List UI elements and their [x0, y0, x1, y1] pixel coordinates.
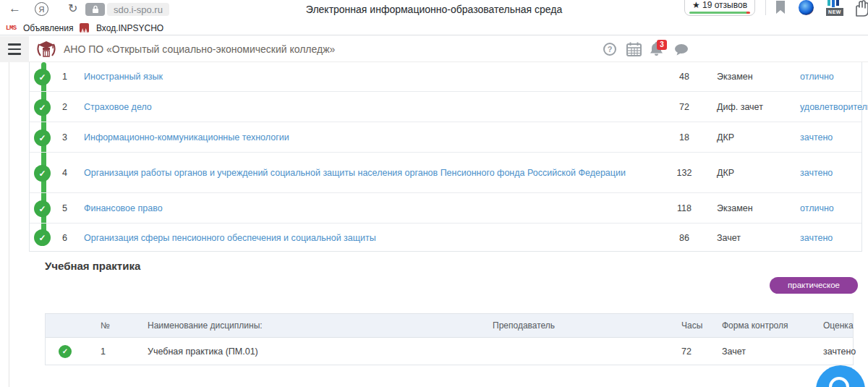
hours-value: 86	[670, 233, 699, 243]
hours-value: 72	[681, 346, 692, 357]
control-form: Экзамен	[717, 203, 753, 213]
header-teacher: Преподаватель	[493, 320, 555, 331]
lock-glyph	[92, 5, 99, 14]
header-grade: Оценка	[823, 320, 854, 331]
discipline-link[interactable]: Иностранный язык	[84, 70, 163, 83]
bookmark-inpsycho[interactable]: Вход.INPSYCHO	[96, 23, 163, 33]
header-control: Форма контроля	[722, 320, 788, 331]
grade-link[interactable]: зачтено	[823, 346, 856, 357]
messages-icon[interactable]	[674, 44, 689, 56]
row-number: 2	[62, 102, 67, 112]
table-row: 5 Финансовое право 118 Экзамен отлично	[30, 193, 861, 224]
discipline-link[interactable]: Организация работы органов и учреждений …	[84, 166, 626, 179]
address-bar[interactable]: sdo.i-spo.ru	[107, 3, 169, 16]
lms-favicon: LMS	[6, 25, 17, 32]
row-number: 1	[101, 346, 106, 357]
hours-value: 118	[670, 203, 699, 213]
table-row: 1 Иностранный язык 48 Экзамен отлично	[30, 62, 861, 92]
completed-check-icon: ✓	[59, 345, 72, 358]
table-row: 6 Организация сферы пенсионного обеспече…	[30, 224, 861, 252]
reviews-rating-bar	[689, 12, 750, 14]
header-hours: Часы	[681, 320, 702, 331]
grade-link[interactable]: зачтено	[800, 233, 833, 243]
extension-globe-icon[interactable]	[799, 0, 814, 15]
calendar-icon[interactable]	[626, 42, 642, 56]
table-row: 2 Страховое дело 72 Диф. зачет удовлетво…	[30, 92, 861, 122]
table-row: ✓ 1 Учебная практика (ПМ.01) 72 Зачет за…	[46, 338, 853, 365]
practice-type-badge[interactable]: практическое обучение	[770, 277, 858, 294]
row-number: 1	[62, 72, 67, 82]
grade-link[interactable]: отлично	[800, 72, 834, 82]
new-badge: NEW	[826, 8, 843, 16]
control-form: Зачет	[717, 233, 741, 243]
help-icon[interactable]: ?	[603, 43, 616, 56]
menu-button[interactable]	[0, 36, 29, 62]
control-form: ДКР	[717, 168, 734, 178]
grade-link[interactable]: зачтено	[800, 132, 833, 143]
row-number: 4	[62, 168, 67, 178]
bookmark-announcements[interactable]: Объявления	[23, 23, 73, 33]
hours-value: 132	[670, 168, 699, 178]
header-discipline: Наименование дисциплины:	[148, 320, 263, 331]
college-logo	[35, 38, 57, 61]
control-form: ДКР	[717, 132, 734, 143]
browser-window: ← Я ↻ sdo.i-spo.ru Электронная информаци…	[0, 0, 868, 387]
chat-ring-icon	[829, 377, 849, 387]
college-name: АНО ПО «Открытый социально-экономический…	[64, 36, 335, 62]
practice-table-header: № Наименование дисциплины: Преподаватель…	[46, 314, 853, 338]
control-form: Диф. зачет	[717, 102, 763, 112]
discipline-link[interactable]: Финансовое право	[84, 201, 163, 214]
practice-table: № Наименование дисциплины: Преподаватель…	[45, 313, 854, 365]
hours-value: 72	[670, 102, 699, 112]
discipline-link[interactable]: Страховое дело	[84, 100, 152, 113]
row-number: 6	[62, 233, 67, 243]
hours-value: 48	[670, 72, 699, 82]
bookmark-flag-icon[interactable]	[775, 1, 786, 14]
disciplines-table: ✓ ✓ ✓ ✓ ✓ ✓ 1 Иностранный язык 48 Экзаме…	[29, 62, 862, 252]
extension-new-icon[interactable]: NEW	[826, 0, 843, 16]
tab-page-title: Электронная информационно-образовательна…	[217, 4, 651, 15]
grade-link[interactable]: удовлетворительно	[800, 102, 868, 112]
https-lock-icon[interactable]	[85, 3, 105, 16]
grade-link[interactable]: отлично	[800, 203, 834, 213]
control-form: Экзамен	[717, 72, 753, 82]
reviews-label: ★ 19 отзывов	[685, 0, 754, 10]
hand-assistant-icon[interactable]	[852, 0, 868, 17]
practice-link[interactable]: Учебная практика (ПМ.01)	[148, 346, 258, 357]
site-reviews-button[interactable]: ★ 19 отзывов	[684, 0, 755, 16]
emblem-favicon	[80, 23, 89, 33]
header-number: №	[101, 320, 110, 331]
control-form: Зачет	[722, 346, 746, 357]
table-row: 3 Информационно-коммуникационные техноло…	[30, 122, 861, 153]
notification-count-badge: 3	[657, 40, 667, 50]
back-icon[interactable]: ←	[9, 1, 21, 16]
row-number: 5	[62, 203, 67, 213]
layout-divider	[9, 62, 9, 387]
discipline-link[interactable]: Организация сферы пенсионного обеспечени…	[84, 231, 376, 244]
yandex-browser-icon[interactable]: Я	[35, 2, 48, 16]
toolbar-divider	[765, 0, 766, 15]
grade-link[interactable]: зачтено	[800, 168, 833, 178]
section-title: Учебная практика	[45, 260, 140, 272]
table-row: 4 Организация работы органов и учреждени…	[30, 153, 861, 193]
hours-value: 18	[670, 132, 699, 143]
browser-toolbar: ← Я ↻ sdo.i-spo.ru Электронная информаци…	[0, 0, 868, 22]
discipline-link[interactable]: Информационно-коммуникационные технологи…	[84, 130, 289, 143]
refresh-icon[interactable]: ↻	[68, 1, 77, 15]
support-chat-button[interactable]	[816, 365, 865, 387]
bookmarks-bar: LMS Объявления Вход.INPSYCHO	[0, 22, 868, 35]
row-number: 3	[62, 132, 67, 143]
emblem-glyph	[81, 27, 88, 33]
